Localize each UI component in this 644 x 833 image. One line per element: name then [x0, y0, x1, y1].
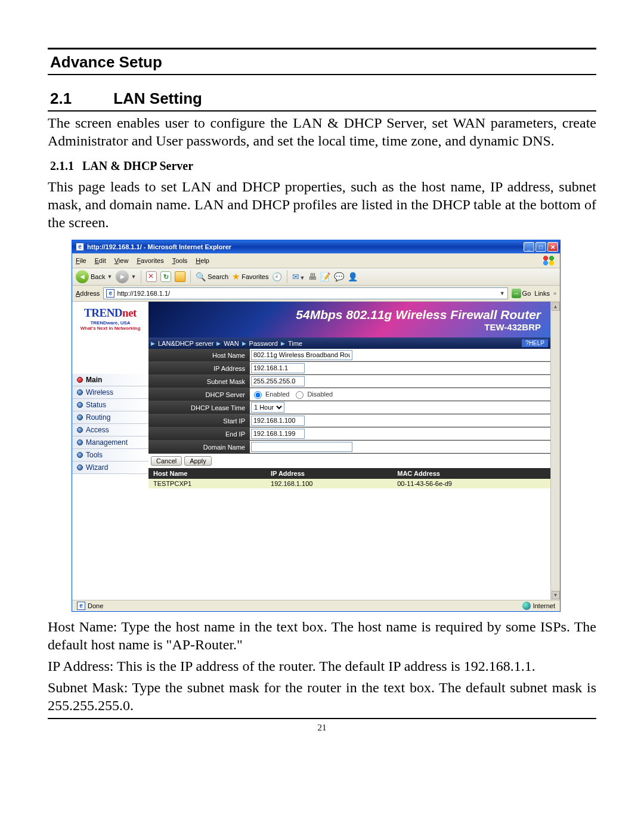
menu-help[interactable]: Help: [196, 257, 209, 264]
sidebar-item-label: Tools: [86, 451, 103, 459]
bullet-icon: [77, 414, 83, 420]
label-ip-address: IP Address: [148, 362, 250, 374]
messenger-icon[interactable]: 👤: [348, 272, 358, 281]
menu-file[interactable]: File: [76, 257, 86, 264]
internet-zone-icon: [522, 602, 531, 610]
label-subnet-mask: Subnet Mask: [148, 375, 250, 388]
section-title: LAN Setting: [113, 89, 202, 108]
stop-icon[interactable]: [146, 271, 157, 282]
menu-favorites[interactable]: Favorites: [137, 257, 163, 264]
address-input[interactable]: e http://192.168.1.1/ ▼: [103, 287, 507, 299]
forward-button[interactable]: ►▼: [116, 270, 136, 283]
print-icon[interactable]: 🖶: [308, 272, 317, 281]
links-chevron-icon[interactable]: »: [553, 290, 556, 296]
mail-icon[interactable]: ✉▼: [292, 272, 305, 281]
cell-host: TESTPCXP1: [148, 479, 266, 488]
start-ip-input[interactable]: [251, 416, 305, 426]
product-banner: 54Mbps 802.11g Wireless Firewall Router …: [148, 302, 550, 337]
minimize-button[interactable]: _: [524, 242, 534, 252]
toolbar-separator: [141, 270, 141, 283]
tab-time[interactable]: Time: [288, 340, 302, 347]
ip-address-input[interactable]: [251, 363, 305, 373]
window-title: http://192.168.1.1/ - Microsoft Internet…: [87, 243, 231, 250]
label-host-name: Host Name: [148, 349, 250, 361]
search-icon: 🔍: [196, 272, 206, 281]
sidebar-item-main[interactable]: Main: [72, 374, 148, 386]
sidebar-item-label: Wireless: [86, 388, 113, 397]
menu-tools[interactable]: Tools: [172, 257, 188, 264]
host-name-desc: Host Name: Type the host name in the tex…: [48, 618, 596, 654]
tab-marker-icon: ▶: [216, 340, 221, 346]
title-bar[interactable]: e http://192.168.1.1/ - Microsoft Intern…: [72, 240, 560, 253]
sidebar-item-tools[interactable]: Tools: [72, 449, 148, 462]
sidebar-item-label: Wizard: [86, 463, 108, 472]
home-icon[interactable]: [175, 271, 185, 282]
subnet-mask-input[interactable]: [251, 376, 305, 386]
col-host-name: Host Name: [148, 468, 266, 479]
address-bar: Address e http://192.168.1.1/ ▼ →Go Link…: [72, 286, 560, 302]
bullet-icon: [77, 439, 83, 445]
brand-logo: TRENDnet TRENDware, USA What's Next in N…: [72, 302, 148, 335]
end-ip-input[interactable]: [251, 429, 305, 439]
history-icon[interactable]: 🕘: [272, 272, 282, 281]
dhcp-disabled-radio[interactable]: [296, 391, 304, 399]
zone-label: Internet: [533, 602, 555, 609]
scroll-down-icon[interactable]: ▾: [552, 591, 560, 599]
address-label: Address: [76, 290, 100, 297]
brand-subtitle-2: What's Next in Networking: [73, 326, 147, 331]
sidebar-item-label: Main: [86, 376, 102, 384]
sidebar-item-label: Management: [86, 438, 128, 447]
help-button[interactable]: ?HELP: [522, 339, 548, 347]
sidebar-item-management[interactable]: Management: [72, 436, 148, 449]
discuss-icon[interactable]: 💬: [334, 272, 344, 281]
go-arrow-icon: →: [512, 289, 521, 298]
col-ip-address: IP Address: [266, 468, 392, 479]
menu-edit[interactable]: Edit: [95, 257, 106, 264]
search-button[interactable]: 🔍Search: [196, 272, 228, 281]
sidebar-item-wizard[interactable]: Wizard: [72, 462, 148, 474]
bullet-icon: [77, 452, 83, 458]
section-number: 2.1: [50, 89, 72, 108]
star-icon: ★: [232, 271, 240, 282]
bullet-icon: [77, 377, 83, 383]
label-domain-name: Domain Name: [148, 441, 250, 453]
ie-icon: e: [76, 243, 84, 251]
menu-view[interactable]: View: [114, 257, 129, 264]
back-button[interactable]: ◄Back ▼: [76, 270, 112, 283]
apply-button[interactable]: Apply: [184, 456, 212, 466]
dhcp-enabled-radio[interactable]: [254, 391, 262, 399]
rule-footer: [48, 718, 596, 719]
refresh-icon[interactable]: ↻: [160, 271, 171, 282]
scroll-up-icon[interactable]: ▴: [552, 302, 560, 311]
label-lease-time: DHCP Lease Time: [148, 401, 250, 414]
sidebar-item-wireless[interactable]: Wireless: [72, 386, 148, 399]
go-button[interactable]: →Go: [512, 289, 531, 298]
links-label[interactable]: Links: [534, 290, 550, 297]
cancel-button[interactable]: Cancel: [151, 456, 182, 466]
toolbar-separator: [190, 270, 191, 283]
sidebar-item-routing[interactable]: Routing: [72, 411, 148, 424]
status-text: Done: [88, 602, 103, 609]
sidebar-item-label: Routing: [86, 413, 110, 422]
sidebar-item-status[interactable]: Status: [72, 399, 148, 411]
address-dropdown-icon[interactable]: ▼: [500, 290, 505, 296]
bullet-icon: [77, 465, 83, 470]
close-button[interactable]: ✕: [547, 242, 558, 252]
maximize-button[interactable]: □: [535, 242, 546, 252]
brand-subtitle-1: TRENDware, USA: [73, 320, 147, 326]
edit-icon[interactable]: 📝: [320, 272, 330, 281]
chapter-title: Advance Setup: [48, 49, 596, 74]
vertical-scrollbar[interactable]: ▴ ▾: [550, 302, 560, 600]
lease-time-select[interactable]: 1 Hour: [251, 402, 284, 413]
tab-password[interactable]: Password: [249, 340, 278, 347]
host-name-input[interactable]: [251, 350, 352, 360]
domain-name-input[interactable]: [251, 442, 352, 452]
sidebar-item-access[interactable]: Access: [72, 424, 148, 436]
tab-wan[interactable]: WAN: [224, 340, 239, 347]
sidebar-item-label: Status: [86, 401, 106, 409]
tab-lan-dhcp[interactable]: LAN&DHCP server: [158, 340, 213, 347]
browser-window: e http://192.168.1.1/ - Microsoft Intern…: [72, 240, 561, 612]
toolbar-separator: [287, 270, 287, 283]
favorites-button[interactable]: ★Favorites: [232, 271, 268, 282]
col-mac-address: MAC Address: [392, 468, 550, 479]
